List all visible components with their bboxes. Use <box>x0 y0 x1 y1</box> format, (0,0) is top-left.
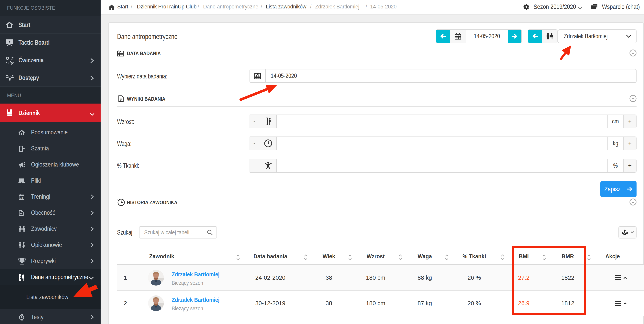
svg-text:31: 31 <box>20 196 24 199</box>
